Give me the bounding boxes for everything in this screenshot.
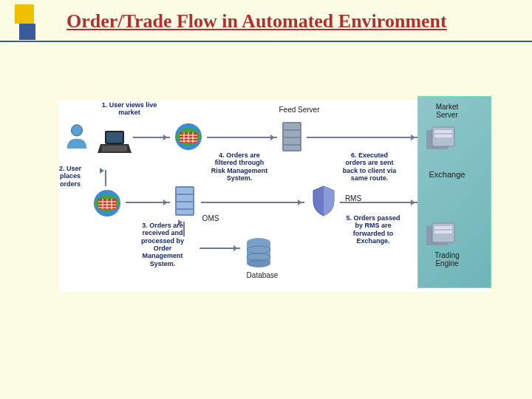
svg-rect-25	[434, 226, 452, 229]
svg-rect-36	[177, 188, 193, 194]
database-label: Database	[240, 271, 284, 279]
svg-rect-16	[284, 131, 300, 137]
user-icon	[63, 122, 91, 150]
svg-rect-3	[106, 132, 123, 143]
trading-engine-label: Trading Engine	[425, 251, 469, 267]
exchange-label: Exchange	[421, 170, 473, 179]
svg-rect-15	[284, 123, 300, 129]
database-icon	[244, 236, 273, 269]
trading-engine-icon	[425, 222, 456, 248]
svg-rect-21	[434, 130, 452, 133]
flow-diagram: 1. User views live market 2. User places…	[59, 100, 488, 292]
arrow	[207, 137, 277, 138]
decor-square-blue	[19, 24, 35, 40]
oms-server-icon	[174, 185, 196, 217]
slide-title: Order/Trade Flow in Automated Environmen…	[66, 10, 447, 33]
feed-server-label: Feed Server	[273, 106, 325, 114]
arrow	[307, 137, 417, 138]
firewall-icon	[92, 188, 122, 218]
arrow	[133, 137, 170, 138]
step-1-label: 1. User views live market	[96, 101, 163, 117]
svg-rect-37	[177, 195, 193, 201]
step-6-label: 6. Executed orders are sent back to clie…	[340, 151, 399, 182]
arrow	[105, 170, 106, 186]
svg-rect-22	[434, 134, 452, 137]
market-server-label: Market Server	[425, 103, 469, 119]
svg-rect-17	[284, 138, 300, 144]
arrow	[126, 202, 170, 203]
svg-rect-26	[434, 231, 452, 233]
feed-server-icon	[281, 120, 303, 153]
oms-label: OMS	[196, 214, 225, 222]
step-3-label: 3. Orders are received and processed by …	[133, 222, 192, 267]
market-server-icon	[425, 126, 456, 152]
rms-label: RMS	[338, 194, 368, 202]
title-underline-rule	[0, 41, 532, 42]
svg-rect-38	[177, 202, 193, 208]
rms-shield-icon	[310, 185, 337, 217]
arrow	[200, 248, 240, 249]
decor-square-yellow	[15, 4, 34, 24]
svg-rect-18	[284, 146, 300, 150]
laptop-icon	[98, 129, 132, 156]
arrow	[201, 202, 304, 203]
svg-rect-39	[177, 210, 193, 214]
step-2-label: 2. User places orders	[52, 165, 89, 188]
svg-rect-5	[102, 146, 127, 151]
step-4-label: 4. Orders are filtered through Risk Mana…	[211, 151, 268, 182]
slide-corner-decor	[0, 0, 59, 66]
firewall-icon	[174, 122, 203, 151]
step-5-label: 5. Orders passed by RMS are forwarded to…	[344, 214, 403, 245]
